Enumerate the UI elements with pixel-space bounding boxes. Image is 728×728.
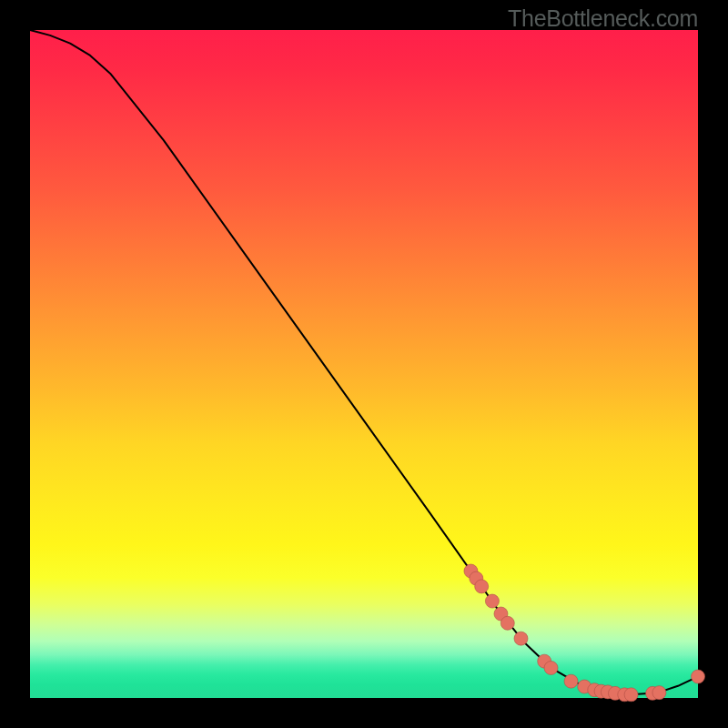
series-curve (30, 30, 698, 694)
marker-dots (485, 594, 499, 608)
marker-dots (544, 661, 558, 674)
marker-dots (652, 686, 666, 700)
chart-stage: TheBottleneck.com (0, 0, 728, 728)
plot-area (30, 30, 698, 698)
marker-dots (514, 632, 528, 645)
attribution-text: TheBottleneck.com (508, 5, 698, 32)
marker-dots (475, 580, 489, 593)
marker-dots (624, 688, 638, 702)
marker-dots (692, 670, 705, 683)
chart-svg (30, 30, 698, 698)
marker-dots (564, 674, 578, 688)
marker-dots (500, 616, 514, 630)
